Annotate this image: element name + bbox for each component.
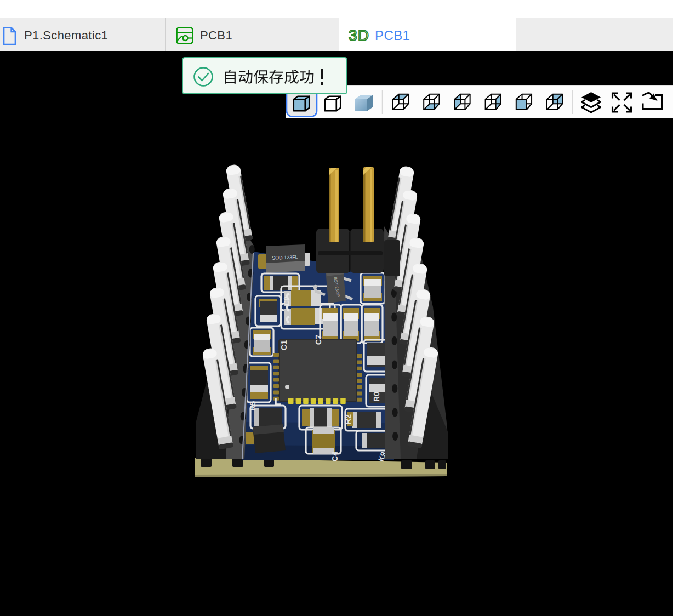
svg-text:C1: C1 [280, 340, 288, 350]
svg-text:C0: C0 [283, 296, 290, 305]
svg-text:SOD 123FL: SOD 123FL [272, 254, 298, 261]
svg-text:C4: C4 [330, 452, 339, 461]
svg-text:C7: C7 [314, 335, 323, 345]
svg-text:R5: R5 [248, 401, 257, 411]
svg-text:R0: R0 [372, 392, 381, 402]
svg-text:R2: R2 [344, 414, 352, 424]
